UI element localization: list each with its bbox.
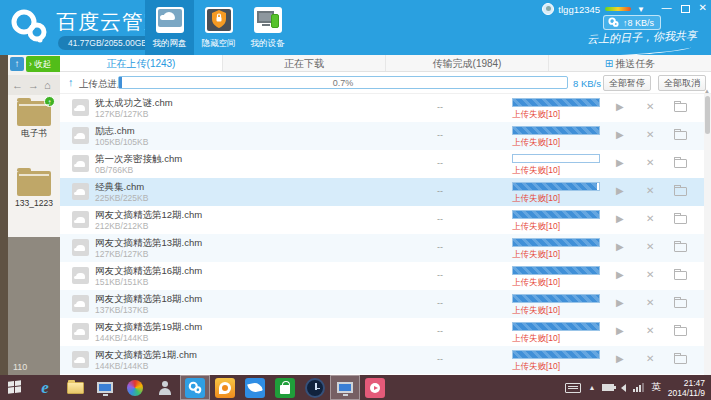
remove-button[interactable]: ✕ bbox=[646, 185, 654, 196]
table-row[interactable]: 第一次亲密接触.chm 0B/766KB -- 上传失败[10] ▶ ✕ bbox=[60, 150, 711, 178]
remove-button[interactable]: ✕ bbox=[646, 325, 654, 336]
chevron-down-icon[interactable]: ▼ bbox=[637, 5, 645, 14]
resume-button[interactable]: ▶ bbox=[616, 353, 624, 364]
baidu-cloud-icon bbox=[185, 378, 205, 398]
nav-tab-hidden-space[interactable]: 隐藏空间 bbox=[194, 0, 243, 55]
table-row[interactable]: 网友文摘精选第12期.chm 212KB/212KB -- 上传失败[10] ▶… bbox=[60, 206, 711, 234]
folder-133-1223[interactable]: 133_1223 bbox=[8, 165, 60, 208]
table-row[interactable]: 励志.chm 105KB/105KB -- 上传失败[10] ▶ ✕ bbox=[60, 122, 711, 150]
open-folder-button[interactable] bbox=[674, 355, 687, 364]
monitor-icon bbox=[337, 382, 353, 393]
resume-button[interactable]: ▶ bbox=[616, 129, 624, 140]
open-folder-button[interactable] bbox=[674, 159, 687, 168]
taskbar-xunlei[interactable] bbox=[240, 375, 270, 400]
taskbar-uc-browser[interactable] bbox=[210, 375, 240, 400]
resume-button[interactable]: ▶ bbox=[616, 241, 624, 252]
folder-icon bbox=[67, 382, 84, 394]
open-folder-button[interactable] bbox=[674, 299, 687, 308]
scrollbar[interactable] bbox=[704, 94, 711, 375]
remove-button[interactable]: ✕ bbox=[646, 101, 654, 112]
mini-speed-widget[interactable]: ↑8 KB/s bbox=[603, 15, 661, 30]
taskbar-app-store[interactable] bbox=[270, 375, 300, 400]
tab-push-tasks[interactable]: ⊞推送任务 bbox=[549, 55, 711, 71]
speaker-icon[interactable] bbox=[621, 384, 626, 392]
tray-clock[interactable]: 21:47 2014/11/9 bbox=[668, 378, 705, 398]
open-folder-button[interactable] bbox=[674, 271, 687, 280]
table-row[interactable]: 犹太成功之谜.chm 127KB/127KB -- 上传失败[10] ▶ ✕ bbox=[60, 94, 711, 122]
tab-completed[interactable]: 传输完成(1984) bbox=[386, 55, 549, 71]
taskbar-display-app[interactable] bbox=[90, 375, 120, 400]
open-folder-button[interactable] bbox=[674, 187, 687, 196]
open-folder-button[interactable] bbox=[674, 103, 687, 112]
back-icon[interactable]: ← bbox=[12, 79, 23, 91]
tab-uploading[interactable]: 正在上传(1243) bbox=[60, 55, 223, 71]
nav-tab-my-drive[interactable]: 我的网盘 bbox=[145, 0, 194, 55]
open-folder-button[interactable] bbox=[674, 327, 687, 336]
taskbar-remote-display[interactable] bbox=[330, 375, 360, 400]
collapse-button[interactable]: › 收起 bbox=[26, 56, 60, 72]
forward-icon[interactable]: → bbox=[28, 79, 39, 91]
resume-button[interactable]: ▶ bbox=[616, 269, 624, 280]
taskbar-baidu-cloud[interactable] bbox=[180, 375, 210, 400]
table-row[interactable]: 网友文摘精选第16期.chm 151KB/151KB -- 上传失败[10] ▶… bbox=[60, 262, 711, 290]
table-row[interactable]: 网友文摘精选第18期.chm 137KB/137KB -- 上传失败[10] ▶… bbox=[60, 290, 711, 318]
keyboard-icon[interactable] bbox=[565, 383, 581, 393]
file-icon bbox=[72, 239, 89, 256]
minimize-button[interactable]: — bbox=[662, 2, 672, 14]
open-folder-button[interactable] bbox=[674, 215, 687, 224]
ime-indicator[interactable]: 英 bbox=[651, 381, 661, 394]
resume-button[interactable]: ▶ bbox=[616, 213, 624, 224]
upload-icon[interactable]: ↑ bbox=[10, 57, 24, 71]
taskbar-ie[interactable]: e bbox=[30, 375, 60, 400]
home-icon[interactable]: ⌂ bbox=[44, 79, 51, 91]
resume-button[interactable]: ▶ bbox=[616, 185, 624, 196]
tray-expand-icon[interactable]: ▲ bbox=[588, 384, 595, 391]
cancel-all-button[interactable]: 全部取消 bbox=[658, 75, 706, 91]
start-button[interactable] bbox=[0, 375, 30, 400]
status-badge: 上传失败[10] bbox=[512, 109, 560, 121]
pause-all-button[interactable]: 全部暂停 bbox=[603, 75, 651, 91]
close-button[interactable]: ✕ bbox=[699, 2, 707, 14]
tab-downloading[interactable]: 正在下载 bbox=[223, 55, 386, 71]
battery-icon[interactable] bbox=[602, 384, 614, 391]
remove-button[interactable]: ✕ bbox=[646, 129, 654, 140]
remove-button[interactable]: ✕ bbox=[646, 297, 654, 308]
table-row[interactable]: 经典集.chm 225KB/225KB -- 上传失败[10] ▶ ✕ bbox=[60, 178, 711, 206]
resume-button[interactable]: ▶ bbox=[616, 297, 624, 308]
resume-button[interactable]: ▶ bbox=[616, 157, 624, 168]
person-icon bbox=[158, 381, 172, 395]
nav-tab-my-devices[interactable]: 我的设备 bbox=[243, 0, 292, 55]
remove-button[interactable]: ✕ bbox=[646, 213, 654, 224]
open-folder-button[interactable] bbox=[674, 131, 687, 140]
file-speed: -- bbox=[430, 158, 450, 168]
file-progress-fill bbox=[513, 99, 599, 106]
table-row[interactable]: 网友文摘精选第1期.chm 144KB/144KB -- 上传失败[10] ▶ … bbox=[60, 346, 711, 374]
remove-button[interactable]: ✕ bbox=[646, 269, 654, 280]
taskbar-contacts[interactable] bbox=[150, 375, 180, 400]
scrollbar-thumb[interactable] bbox=[705, 96, 710, 134]
file-icon bbox=[72, 183, 89, 200]
folder-ebooks[interactable]: ↑ 电子书 bbox=[8, 95, 60, 140]
remove-button[interactable]: ✕ bbox=[646, 241, 654, 252]
taskbar-media-player[interactable] bbox=[360, 375, 390, 400]
maximize-button[interactable] bbox=[681, 5, 690, 13]
file-progress-fill bbox=[513, 351, 599, 358]
xunlei-icon bbox=[245, 378, 265, 398]
network-signal-icon[interactable] bbox=[633, 383, 644, 392]
user-account[interactable]: tlgg12345 ▼ bbox=[542, 3, 645, 15]
remove-button[interactable]: ✕ bbox=[646, 353, 654, 364]
file-size: 151KB/151KB bbox=[95, 277, 148, 287]
remove-button[interactable]: ✕ bbox=[646, 157, 654, 168]
file-progress-bar bbox=[512, 98, 600, 107]
resume-button[interactable]: ▶ bbox=[616, 101, 624, 112]
taskbar-clock-app[interactable] bbox=[300, 375, 330, 400]
taskbar-media-center[interactable] bbox=[120, 375, 150, 400]
taskbar-explorer[interactable] bbox=[60, 375, 90, 400]
file-speed: -- bbox=[430, 326, 450, 336]
open-folder-button[interactable] bbox=[674, 243, 687, 252]
resume-button[interactable]: ▶ bbox=[616, 325, 624, 336]
windows-logo-icon bbox=[8, 380, 22, 394]
table-row[interactable]: 网友文摘精选第13期.chm 127KB/127KB -- 上传失败[10] ▶… bbox=[60, 234, 711, 262]
table-row[interactable]: 网友文摘精选第19期.chm 144KB/144KB -- 上传失败[10] ▶… bbox=[60, 318, 711, 346]
background-lower-area: 110 bbox=[8, 237, 60, 375]
